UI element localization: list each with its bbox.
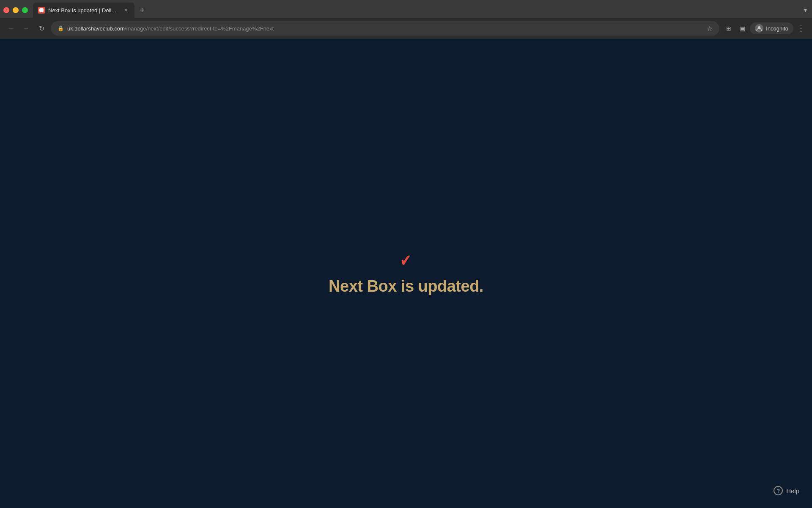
success-message: Next Box is updated. bbox=[329, 277, 483, 295]
extensions-button[interactable]: ⊞ bbox=[723, 22, 735, 34]
help-label: Help bbox=[786, 487, 799, 494]
close-button[interactable] bbox=[3, 7, 9, 13]
lock-icon: 🔒 bbox=[58, 25, 64, 31]
help-circle-icon: ? bbox=[774, 486, 783, 495]
tab-title: Next Box is updated | Dollar Sh bbox=[48, 7, 119, 14]
nav-bar: ← → ↻ 🔒 uk.dollarshaveclub.com/manage/ne… bbox=[0, 18, 812, 39]
incognito-icon bbox=[755, 24, 763, 33]
tab-bar: Next Box is updated | Dollar Sh × + ▾ bbox=[0, 0, 812, 18]
active-tab[interactable]: Next Box is updated | Dollar Sh × bbox=[33, 3, 134, 18]
incognito-label: Incognito bbox=[766, 25, 788, 32]
url-domain: uk.dollarshaveclub.com bbox=[67, 25, 125, 32]
bookmark-icon[interactable]: ☆ bbox=[707, 25, 713, 33]
address-bar[interactable]: 🔒 uk.dollarshaveclub.com/manage/next/edi… bbox=[51, 21, 719, 36]
url-text: uk.dollarshaveclub.com/manage/next/edit/… bbox=[67, 25, 703, 32]
tab-favicon bbox=[38, 7, 45, 14]
new-tab-button[interactable]: + bbox=[136, 4, 148, 16]
tab-close-button[interactable]: × bbox=[123, 7, 129, 14]
incognito-profile[interactable]: Incognito bbox=[750, 22, 793, 34]
browser-chrome: Next Box is updated | Dollar Sh × + ▾ ← … bbox=[0, 0, 812, 39]
nav-actions: ⊞ ▣ Incognito ⋮ bbox=[723, 22, 807, 34]
help-button[interactable]: ? Help bbox=[774, 486, 799, 495]
forward-button[interactable]: → bbox=[20, 22, 32, 34]
page-content: ✔ Next Box is updated. ? Help bbox=[0, 39, 812, 508]
success-container: ✔ Next Box is updated. bbox=[329, 252, 483, 295]
maximize-button[interactable] bbox=[22, 7, 28, 13]
sidebar-button[interactable]: ▣ bbox=[736, 22, 748, 34]
favicon-shape bbox=[39, 8, 44, 12]
minimize-button[interactable] bbox=[13, 7, 19, 13]
reload-button[interactable]: ↻ bbox=[36, 22, 47, 34]
menu-button[interactable]: ⋮ bbox=[795, 22, 807, 34]
window-controls bbox=[3, 7, 28, 13]
tab-dropdown-button[interactable]: ▾ bbox=[802, 5, 809, 15]
checkmark-icon: ✔ bbox=[400, 252, 411, 269]
back-button[interactable]: ← bbox=[5, 22, 17, 34]
url-path: /manage/next/edit/success?redirect-to=%2… bbox=[125, 25, 274, 32]
